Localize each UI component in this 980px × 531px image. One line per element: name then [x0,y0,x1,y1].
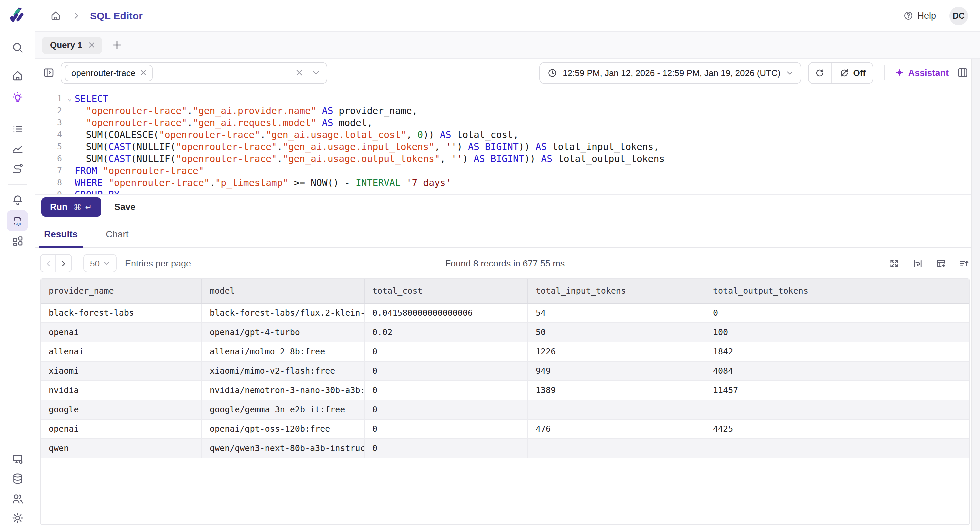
remove-tag-icon[interactable] [140,69,147,76]
code-lines: 1⌄SELECT2 "openrouter-trace"."gen_ai.pro… [35,93,980,194]
auto-refresh-label: Off [853,68,865,78]
sidebar-item-traces[interactable] [10,161,25,176]
line-number: 3 [35,117,65,128]
sidebar-item-suggestions[interactable] [10,90,25,105]
table-cell: openai [41,419,201,438]
export-table-icon[interactable] [935,257,947,269]
avatar[interactable]: DC [949,6,968,25]
fullscreen-icon[interactable] [889,257,900,269]
page-size-select[interactable]: 50 [83,254,117,273]
sidebar-item-alerts[interactable] [10,193,25,207]
table-row: allenaiallenai/molmo-2-8b:free012261842 [41,342,969,361]
refresh-icon [815,68,825,78]
table-cell: 1389 [527,380,705,400]
sort-columns-icon[interactable] [959,257,970,269]
sidebar-item-infrastructure[interactable] [10,451,25,466]
sidebar-item-teams[interactable] [10,491,25,506]
entries-per-page-label: Entries per page [125,258,191,268]
next-page-button[interactable] [56,255,72,272]
editor-actions: Run ⌘ ↵ Save [35,194,980,219]
signoz-logo[interactable] [9,7,26,24]
sql-code-editor[interactable]: 1⌄SELECT2 "openrouter-trace"."gen_ai.pro… [35,87,980,194]
wrap-text-icon[interactable] [912,257,923,269]
assistant-button[interactable]: ✦ Assistant [896,68,949,78]
code-line: 3 "openrouter-trace"."gen_ai.request.mod… [35,117,980,128]
page-title: SQL Editor [90,10,143,21]
data-source-tag-label: openrouter-trace [72,68,135,78]
column-header: total_output_tokens [705,279,969,303]
help-button[interactable]: Help [903,11,936,21]
column-header: model [201,279,364,303]
results-table: provider_namemodeltotal_costtotal_input_… [41,279,969,458]
close-tab-icon[interactable] [88,41,95,49]
clear-select-icon[interactable] [295,69,303,77]
table-cell: 11457 [705,380,969,400]
tab-chart[interactable]: Chart [103,228,131,247]
table-cell [527,438,705,458]
sidebar-divider [8,113,27,113]
code-text: FROM "openrouter-trace" [75,165,204,176]
breadcrumb-home-icon[interactable] [50,10,61,21]
table-cell: allenai [41,342,201,361]
chevron-left-icon [45,260,52,267]
help-icon [903,11,913,21]
table-cell: 50 [527,322,705,342]
code-text: SUM(COALESCE("openrouter-trace"."gen_ai.… [75,128,519,141]
query-tab[interactable]: Query 1 [42,36,102,54]
data-source-select[interactable]: openrouter-trace [60,62,327,84]
code-text: WHERE "openrouter-trace"."p_timestamp" >… [75,176,451,189]
top-header: SQL Editor Help DC [35,0,980,32]
fold-gutter [65,189,75,194]
table-cell: nvidia [41,380,201,400]
table-row: black-forest-labsblack-forest-labs/flux.… [41,303,969,322]
fold-chevron-icon[interactable]: ⌄ [65,93,75,105]
results-toolbar: Found 8 records in 677.55 ms 50 Entries … [40,248,970,279]
settings-icon[interactable] [10,510,25,525]
schema-browser-icon[interactable] [955,65,970,80]
table-cell: 0.041580000000000006 [364,303,527,322]
line-number: 6 [35,152,65,165]
results-panel: Found 8 records in 677.55 ms 50 Entries … [35,248,980,531]
auto-refresh-toggle[interactable]: Off [832,62,873,83]
sidebar-divider [8,184,27,185]
line-number: 5 [35,141,65,152]
table-cell: black-forest-labs/flux.2-klein-4b [201,303,364,322]
table-row: xiaomixiaomi/mimo-v2-flash:free09494084 [41,361,969,380]
line-number: 9 [35,189,65,194]
result-tabs: Results Chart [35,219,980,248]
scrollbar-track[interactable] [971,59,980,531]
run-button[interactable]: Run ⌘ ↵ [41,197,101,217]
table-cell: qwen/qwen3-next-80b-a3b-instruct:free [201,438,364,458]
table-cell: openai [41,322,201,342]
table-cell: openai/gpt-4-turbo [201,322,364,342]
column-header: provider_name [41,279,201,303]
sidebar-item-metrics[interactable] [10,141,25,156]
sparkles-icon: ✦ [896,68,903,77]
sidebar-item-logs[interactable] [10,121,25,136]
column-header: total_cost [364,279,527,303]
sidebar-item-dashboards[interactable] [10,233,25,248]
table-cell: 0 [364,380,527,400]
line-number: 7 [35,165,65,176]
sidebar-item-database[interactable] [10,471,25,486]
time-range-picker[interactable]: 12:59 PM, Jan 12, 2026 - 12:59 PM, Jan 1… [539,62,801,84]
add-query-tab-button[interactable] [112,40,123,50]
table-cell: openai/gpt-oss-120b:free [201,419,364,438]
collapse-panel-icon[interactable] [41,65,57,81]
table-cell: xiaomi [41,361,201,380]
refresh-button[interactable] [808,62,831,83]
search-icon[interactable] [10,40,25,55]
table-cell: allenai/molmo-2-8b:free [201,342,364,361]
table-cell: 0 [364,342,527,361]
fold-gutter [65,176,75,189]
save-button[interactable]: Save [115,202,135,212]
assistant-label: Assistant [908,68,949,78]
chevron-down-icon[interactable] [312,69,320,77]
sidebar-item-sql-editor[interactable]: SQL [7,210,28,231]
code-line: 2 "openrouter-trace"."gen_ai.provider.na… [35,105,980,117]
tab-results[interactable]: Results [41,228,80,247]
code-text: "openrouter-trace"."gen_ai.provider.name… [75,105,417,117]
prev-page-button[interactable] [41,255,56,272]
sidebar-item-home[interactable] [10,68,25,82]
table-cell: 476 [527,419,705,438]
